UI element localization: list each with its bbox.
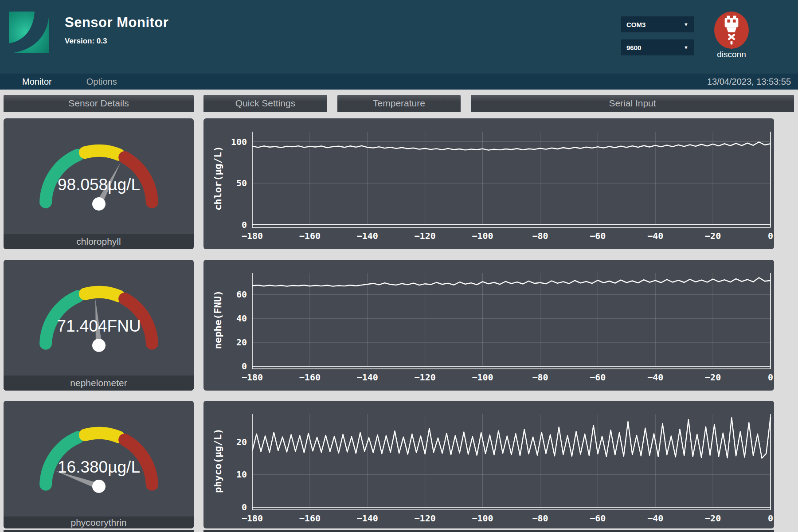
svg-text:0: 0: [768, 231, 773, 241]
svg-text:−120: −120: [415, 372, 436, 383]
next-row-panel-edge: [203, 530, 774, 532]
svg-text:−120: −120: [415, 231, 436, 241]
svg-text:98.058µg/L: 98.058µg/L: [58, 176, 140, 194]
chlorophyll-gauge-card: 98.058µg/L chlorophyll: [4, 118, 194, 249]
svg-text:0: 0: [768, 513, 773, 524]
svg-text:−180: −180: [242, 372, 263, 383]
svg-text:−160: −160: [299, 231, 321, 241]
baud-rate-select[interactable]: 9600 ▼: [621, 39, 694, 55]
chevron-down-icon: ▼: [684, 22, 688, 27]
svg-text:chlor(µg/L): chlor(µg/L): [212, 146, 223, 211]
nephelometer-chart-card: −180−160−140−120−100−80−60−40−2000204060…: [203, 260, 774, 391]
nephelometer-gauge-label: nephelometer: [4, 376, 194, 391]
chevron-down-icon: ▼: [684, 45, 688, 50]
svg-text:20: 20: [236, 337, 247, 348]
nephelometer-gauge: 71.404FNU: [4, 260, 194, 376]
svg-text:0: 0: [242, 502, 247, 512]
svg-text:−80: −80: [532, 231, 548, 241]
datetime-display: 13/04/2023, 13:53:55: [707, 77, 791, 87]
nephelometer-gauge-card: 71.404FNU nephelometer: [4, 260, 194, 391]
svg-text:−20: −20: [705, 231, 721, 241]
svg-text:−80: −80: [532, 513, 548, 524]
disconnect-circle: [714, 12, 749, 49]
phycoerythrin-chart-card: −180−160−140−120−100−80−60−40−20001020ph…: [203, 401, 774, 528]
com-port-select[interactable]: COM3 ▼: [621, 16, 694, 32]
svg-text:40: 40: [236, 313, 247, 324]
app-title: Sensor Monitor: [65, 15, 168, 31]
chlor-line-chart: −180−160−140−120−100−80−60−40−200050100c…: [203, 118, 774, 249]
svg-text:−60: −60: [590, 231, 606, 241]
svg-text:16.380µg/L: 16.380µg/L: [58, 458, 140, 476]
phycoerythrin-gauge-label: phycoerythrin: [4, 516, 194, 528]
svg-text:−180: −180: [242, 513, 263, 524]
chlorophyll-chart-card: −180−160−140−120−100−80−60−40−200050100c…: [203, 118, 774, 249]
section-header-sensor-details[interactable]: Sensor Details: [4, 95, 194, 112]
nephe-line-chart: −180−160−140−120−100−80−60−40−2000204060…: [203, 260, 774, 391]
phycoerythrin-gauge: 16.380µg/L: [4, 401, 194, 516]
section-header-temperature[interactable]: Temperature: [337, 95, 461, 112]
svg-text:phyco(µg/L): phyco(µg/L): [212, 428, 223, 493]
usb-plug-disconnect-icon: [721, 16, 742, 45]
phyco-line-chart: −180−160−140−120−100−80−60−40−20001020ph…: [203, 401, 774, 528]
com-port-value: COM3: [626, 21, 645, 28]
svg-text:−40: −40: [647, 372, 663, 383]
svg-text:0: 0: [242, 219, 247, 230]
svg-text:60: 60: [236, 289, 247, 300]
svg-text:−80: −80: [532, 372, 548, 383]
next-row-panel-edge: [4, 530, 194, 532]
svg-text:−20: −20: [705, 372, 721, 383]
svg-text:50: 50: [236, 178, 247, 188]
svg-text:−100: −100: [472, 513, 493, 524]
svg-text:−180: −180: [242, 231, 263, 241]
menu-item-monitor[interactable]: Monitor: [22, 77, 52, 87]
svg-text:−120: −120: [415, 513, 436, 524]
app-logo-icon: [9, 12, 49, 53]
section-header-quick-settings[interactable]: Quick Settings: [203, 95, 327, 112]
svg-text:0: 0: [242, 361, 247, 372]
svg-text:−160: −160: [299, 513, 321, 524]
phycoerythrin-gauge-card: 16.380µg/L phycoerythrin: [4, 401, 194, 528]
svg-text:nephe(FNU): nephe(FNU): [212, 290, 223, 349]
section-header-serial-input[interactable]: Serial Input: [471, 95, 794, 112]
main-content: Sensor Details Quick Settings Temperatur…: [0, 90, 798, 532]
svg-text:100: 100: [231, 137, 247, 147]
menu-item-options[interactable]: Options: [86, 77, 117, 87]
chlorophyll-gauge-label: chlorophyll: [4, 234, 194, 249]
baud-rate-value: 9600: [626, 44, 641, 51]
svg-text:−60: −60: [590, 372, 606, 383]
svg-text:−100: −100: [472, 372, 493, 383]
svg-text:−160: −160: [299, 372, 321, 383]
disconnect-button[interactable]: disconn: [712, 12, 751, 59]
svg-text:71.404FNU: 71.404FNU: [57, 317, 141, 335]
svg-text:−20: −20: [705, 513, 721, 524]
svg-text:0: 0: [768, 372, 773, 383]
svg-text:−40: −40: [647, 513, 663, 524]
app-header: Sensor Monitor Version: 0.3 COM3 ▼ 9600 …: [0, 0, 798, 74]
chlorophyll-gauge: 98.058µg/L: [4, 118, 194, 234]
svg-text:−140: −140: [357, 231, 378, 241]
menubar: Monitor Options 13/04/2023, 13:53:55: [0, 74, 798, 90]
svg-text:20: 20: [236, 437, 247, 447]
svg-text:10: 10: [236, 469, 247, 480]
svg-text:−140: −140: [357, 513, 378, 524]
app-version: Version: 0.3: [65, 37, 168, 46]
svg-text:−40: −40: [647, 231, 663, 241]
svg-text:−60: −60: [590, 513, 606, 524]
disconnect-label: disconn: [712, 50, 751, 59]
svg-text:−140: −140: [357, 372, 378, 383]
svg-text:−100: −100: [472, 231, 493, 241]
